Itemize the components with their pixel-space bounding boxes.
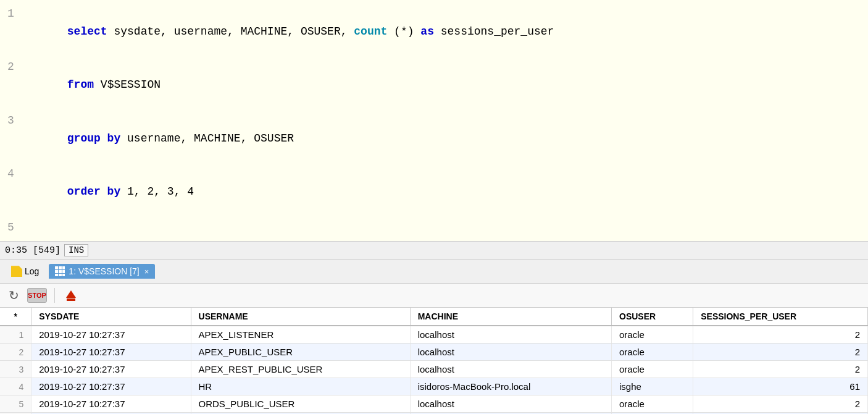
cell-machine: localhost bbox=[410, 361, 611, 378]
sql-editor[interactable]: 1 select sysdate, username, MACHINE, OSU… bbox=[0, 0, 868, 242]
results-table-container: * SYSDATE USERNAME MACHINE OSUSER SESSIO… bbox=[0, 308, 868, 414]
table-row[interactable]: 32019-10-27 10:27:37APEX_REST_PUBLIC_USE… bbox=[0, 361, 868, 378]
tab-close-button[interactable]: × bbox=[144, 267, 149, 276]
cell-sysdate: 2019-10-27 10:27:37 bbox=[31, 344, 191, 361]
sql-line-5: 5 bbox=[7, 219, 861, 237]
cell-rownum: 4 bbox=[0, 378, 31, 395]
cell-osuser: isghe bbox=[612, 378, 693, 395]
table-row[interactable]: 42019-10-27 10:27:37HRisidoros-MacBook-P… bbox=[0, 378, 868, 395]
sql-line-3: 3 group by username, MACHINE, OSUSER bbox=[7, 112, 861, 165]
sql-line-1: 1 select sysdate, username, MACHINE, OSU… bbox=[7, 5, 861, 58]
cell-sessions: 2 bbox=[693, 395, 868, 413]
log-icon bbox=[11, 266, 22, 277]
line-number-3: 3 bbox=[7, 112, 22, 130]
ins-badge: INS bbox=[64, 244, 88, 256]
cell-sessions: 2 bbox=[693, 344, 868, 361]
line-number-2: 2 bbox=[7, 58, 22, 76]
stop-label: STOP bbox=[28, 292, 46, 299]
cell-rownum: 1 bbox=[0, 326, 31, 344]
cell-sysdate: 2019-10-27 10:27:37 bbox=[31, 395, 191, 413]
cell-machine: isidoros-MacBook-Pro.local bbox=[410, 378, 611, 395]
tab-log-label: Log bbox=[25, 266, 39, 276]
upload-button[interactable] bbox=[62, 287, 80, 304]
header-row: * SYSDATE USERNAME MACHINE OSUSER SESSIO… bbox=[0, 308, 868, 326]
cell-machine: localhost bbox=[410, 326, 611, 344]
col-header-sessions: SESSIONS_PER_USER bbox=[693, 308, 868, 326]
cell-sessions: 61 bbox=[693, 378, 868, 395]
col-header-username: USERNAME bbox=[191, 308, 410, 326]
refresh-button[interactable]: ↻ bbox=[5, 287, 22, 304]
cell-osuser: oracle bbox=[612, 395, 693, 413]
table-row[interactable]: 52019-10-27 10:27:37ORDS_PUBLIC_USERloca… bbox=[0, 395, 868, 413]
col-header-osuser: OSUSER bbox=[612, 308, 693, 326]
cell-sessions: 2 bbox=[693, 361, 868, 378]
sql-content-1: select sysdate, username, MACHINE, OSUSE… bbox=[27, 5, 554, 58]
upload-icon bbox=[66, 290, 76, 301]
cell-osuser: oracle bbox=[612, 361, 693, 378]
sql-content-3: group by username, MACHINE, OSUSER bbox=[27, 112, 294, 165]
cell-sysdate: 2019-10-27 10:27:37 bbox=[31, 361, 191, 378]
table-body: 12019-10-27 10:27:37APEX_LISTENERlocalho… bbox=[0, 326, 868, 414]
line-number-4: 4 bbox=[7, 165, 22, 183]
cell-username: APEX_LISTENER bbox=[191, 326, 410, 344]
cell-sessions: 2 bbox=[693, 326, 868, 344]
col-header-machine: MACHINE bbox=[410, 308, 611, 326]
cell-username: APEX_REST_PUBLIC_USER bbox=[191, 361, 410, 378]
tab-active-label: 1: V$SESSION [7] bbox=[69, 266, 139, 276]
cell-machine: localhost bbox=[410, 395, 611, 413]
table-row[interactable]: 22019-10-27 10:27:37APEX_PUBLIC_USERloca… bbox=[0, 344, 868, 361]
toolbar-divider bbox=[54, 288, 55, 303]
col-header-sysdate: SYSDATE bbox=[31, 308, 191, 326]
line-number-5: 5 bbox=[7, 219, 22, 237]
refresh-icon: ↻ bbox=[9, 288, 19, 303]
status-bar: 0:35 [549] INS bbox=[0, 242, 868, 260]
cell-osuser: oracle bbox=[612, 326, 693, 344]
cell-username: ORDS_PUBLIC_USER bbox=[191, 395, 410, 413]
cell-username: HR bbox=[191, 378, 410, 395]
line-number-1: 1 bbox=[7, 5, 22, 23]
tab-log[interactable]: Log bbox=[5, 263, 45, 279]
table-header: * SYSDATE USERNAME MACHINE OSUSER SESSIO… bbox=[0, 308, 868, 326]
results-toolbar: ↻ STOP bbox=[0, 284, 868, 308]
cell-rownum: 2 bbox=[0, 344, 31, 361]
tab-results-active[interactable]: 1: V$SESSION [7] × bbox=[49, 264, 155, 279]
stop-button[interactable]: STOP bbox=[27, 288, 47, 303]
results-table: * SYSDATE USERNAME MACHINE OSUSER SESSIO… bbox=[0, 308, 868, 414]
col-header-rownum: * bbox=[0, 308, 31, 326]
cell-rownum: 5 bbox=[0, 395, 31, 413]
cell-osuser: oracle bbox=[612, 344, 693, 361]
cell-rownum: 3 bbox=[0, 361, 31, 378]
grid-icon bbox=[55, 266, 65, 276]
sql-line-4: 4 order by 1, 2, 3, 4 bbox=[7, 165, 861, 218]
table-row[interactable]: 12019-10-27 10:27:37APEX_LISTENERlocalho… bbox=[0, 326, 868, 344]
sql-content-2: from V$SESSION bbox=[27, 58, 161, 111]
tab-bar: Log 1: V$SESSION [7] × bbox=[0, 260, 868, 284]
sql-content-4: order by 1, 2, 3, 4 bbox=[27, 165, 194, 218]
cell-username: APEX_PUBLIC_USER bbox=[191, 344, 410, 361]
status-text: 0:35 [549] bbox=[5, 245, 61, 256]
cell-sysdate: 2019-10-27 10:27:37 bbox=[31, 378, 191, 395]
cell-machine: localhost bbox=[410, 344, 611, 361]
sql-line-2: 2 from V$SESSION bbox=[7, 58, 861, 111]
sql-content-5 bbox=[27, 219, 34, 237]
cell-sysdate: 2019-10-27 10:27:37 bbox=[31, 326, 191, 344]
